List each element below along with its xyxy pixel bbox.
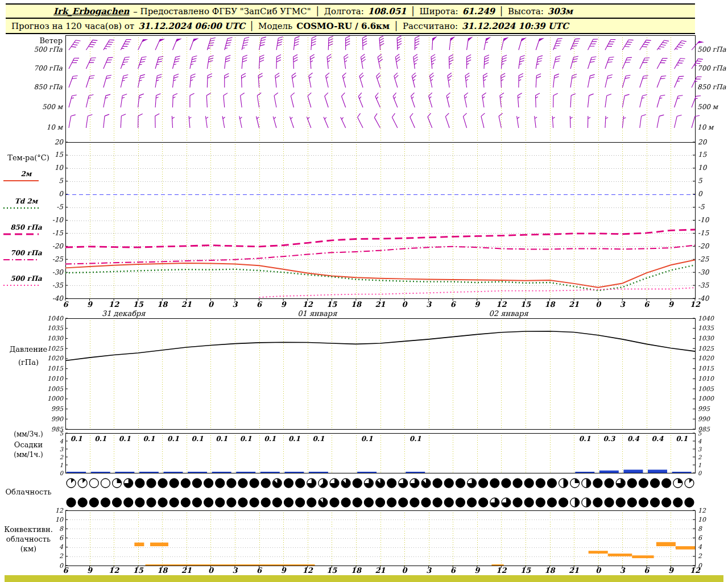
wind-level-label-right-700hpa: 700 гПа xyxy=(697,64,726,72)
altitude-value: 303м xyxy=(548,6,573,16)
separator: │ xyxy=(315,6,320,16)
separator: │ xyxy=(499,6,504,16)
station-name: Irk_Erbogachen xyxy=(53,6,129,16)
header: Irk_Erbogachen – Предоставлено ФГБУ "Зап… xyxy=(6,3,695,34)
temp-panel-title: Тем-ра(°C) xyxy=(0,153,57,162)
cloud-panel-title: Облачность xyxy=(0,488,57,496)
provider-text: – Предоставлено ФГБУ "ЗапСиб УГМС" xyxy=(133,6,311,16)
separator: │ xyxy=(394,21,399,31)
forecast-label: Прогноз на 120 часа(ов) от xyxy=(11,21,134,31)
header-row-1: Irk_Erbogachen – Предоставлено ФГБУ "Зап… xyxy=(6,5,695,19)
latitude-value: 61.249 xyxy=(462,6,495,16)
header-row-2: Прогноз на 120 часа(ов) от 31.12.2024 06… xyxy=(6,19,695,33)
model-value: COSMO-RU / 6.6км xyxy=(296,21,390,31)
precip-panel-title: Осадки xyxy=(0,440,57,449)
wind-level-label-right-850hpa: 850 гПа xyxy=(697,83,726,91)
temp-legend-700hpa: 700 гПа xyxy=(0,249,52,257)
longitude-value: 108.051 xyxy=(368,6,407,16)
meteogram-page: Irk_Erbogachen – Предоставлено ФГБУ "Зап… xyxy=(0,0,728,582)
convective-panel-units: (км) xyxy=(0,544,57,553)
forecast-start-value: 31.12.2024 06:00 UTC xyxy=(138,21,245,31)
wind-level-label-left-850hpa: 850 гПа xyxy=(0,83,63,91)
calc-label: Рассчитано: xyxy=(403,21,458,31)
bottom-strip xyxy=(5,575,723,582)
pressure-panel-units: (гПа) xyxy=(0,358,57,367)
model-label: Модель xyxy=(258,21,292,31)
wind-level-label-right-10m: 10 м xyxy=(697,123,713,131)
precip-units-3h: (мм/3ч.) xyxy=(0,430,57,438)
convective-panel-title-2: облачность xyxy=(0,535,57,543)
wind-level-label-left-500m: 500 м xyxy=(0,103,63,111)
temp-legend-2m: 2м xyxy=(0,170,52,178)
wind-level-label-left-500hpa: 500 гПа xyxy=(0,45,63,53)
precip-units-1h: (мм/1ч.) xyxy=(0,451,57,459)
latitude-label: Широта: xyxy=(420,6,458,16)
wind-level-label-right-500m: 500 м xyxy=(697,103,718,111)
altitude-label: Высота: xyxy=(508,6,544,16)
longitude-label: Долгота: xyxy=(324,6,364,16)
wind-level-label-left-700hpa: 700 гПа xyxy=(0,64,63,72)
pressure-panel-title: Давление xyxy=(0,345,57,354)
wind-panel-title: Ветер xyxy=(0,36,63,45)
meteogram-canvas xyxy=(0,0,728,582)
wind-level-label-left-10m: 10 м xyxy=(0,123,63,131)
separator: │ xyxy=(249,21,254,31)
calc-time-value: 31.12.2024 10:39 UTC xyxy=(462,21,569,31)
separator: │ xyxy=(411,6,416,16)
temp-legend-500hpa: 500 гПа xyxy=(0,275,52,282)
temp-legend-850hpa: 850 гПа xyxy=(0,223,52,231)
temp-legend-td2m: Td 2м xyxy=(0,197,52,205)
convective-panel-title-1: Конвективн. xyxy=(0,525,57,534)
wind-level-label-right-500hpa: 500 гПа xyxy=(697,45,726,53)
